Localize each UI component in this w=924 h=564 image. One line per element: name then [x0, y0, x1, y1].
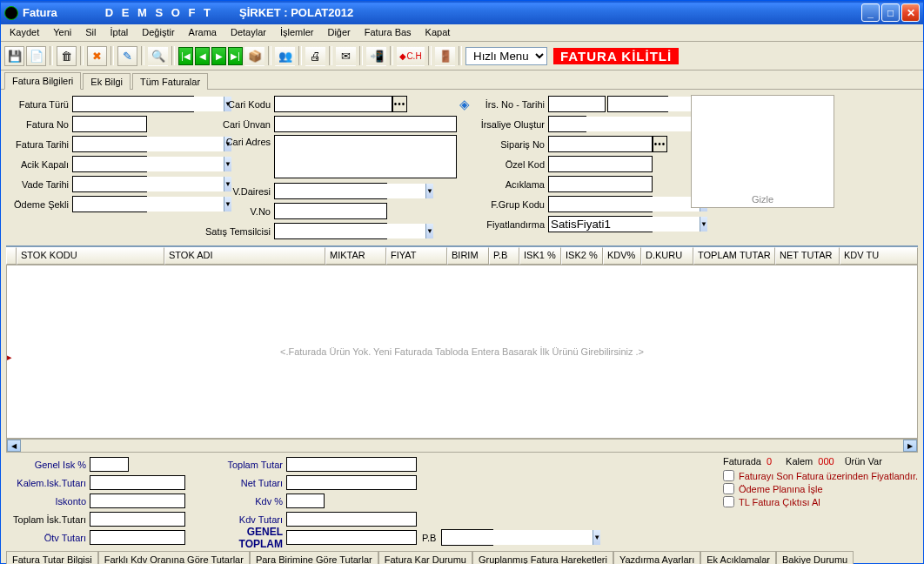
- tab-ek-bilgi[interactable]: Ek Bilgi: [83, 73, 131, 90]
- users-icon[interactable]: 👥: [275, 46, 295, 66]
- nav-prev-icon[interactable]: ◀: [195, 47, 210, 65]
- tab-tum-faturalar[interactable]: Tüm Faturalar: [132, 73, 208, 90]
- irs-tarihi-combo[interactable]: ▼: [607, 96, 668, 112]
- cari-kodu-input[interactable]: [274, 96, 392, 112]
- close-button[interactable]: ✕: [901, 3, 920, 22]
- col-birim[interactable]: BIRIM: [447, 247, 489, 265]
- toplam-isk-tutari-input[interactable]: [90, 512, 185, 527]
- menu-faturabas[interactable]: Fatura Bas: [358, 24, 418, 41]
- toplam-tutar-input[interactable]: [286, 457, 417, 472]
- vdairesi-combo[interactable]: ▼: [274, 183, 387, 199]
- pb-combo[interactable]: ▼: [441, 529, 493, 546]
- print-icon[interactable]: 🖨: [305, 46, 325, 66]
- nav-first-icon[interactable]: |◀: [178, 47, 193, 65]
- col-pb[interactable]: P.B: [489, 247, 519, 265]
- cari-adres-input[interactable]: [274, 135, 457, 178]
- horizontal-scrollbar[interactable]: ◀ ▶: [6, 439, 918, 453]
- quick-menu-select[interactable]: Hızlı Menu: [465, 47, 547, 65]
- col-isk2[interactable]: ISK2 %: [561, 247, 603, 265]
- col-stok-kodu[interactable]: STOK KODU: [17, 247, 164, 265]
- btab-gruplanmis[interactable]: Gruplanmış Fatura Hareketleri: [472, 551, 613, 564]
- minimize-button[interactable]: _: [861, 3, 880, 22]
- col-miktar[interactable]: MIKTAR: [325, 247, 386, 265]
- odeme-sekli-combo[interactable]: ▼: [72, 196, 147, 212]
- exit-icon[interactable]: 🚪: [435, 46, 455, 66]
- chevron-down-icon[interactable]: ▼: [425, 224, 433, 238]
- nav-next-icon[interactable]: ▶: [211, 47, 226, 65]
- grid-body[interactable]: ▸ <.Faturada Ürün Yok. Yeni Faturada Tab…: [6, 265, 918, 439]
- chevron-down-icon[interactable]: ▼: [425, 184, 433, 198]
- fatura-turu-combo[interactable]: ▼: [72, 96, 194, 112]
- checkbox-icon[interactable]: [723, 483, 734, 494]
- package-icon[interactable]: 📦: [244, 46, 264, 66]
- btab-farkli-kdv[interactable]: Farklı Kdv Oranına Göre Tutarlar: [98, 551, 250, 564]
- aciklama-input[interactable]: [548, 176, 653, 192]
- menu-degistir[interactable]: Değiştir: [135, 24, 181, 41]
- scroll-left-button[interactable]: ◀: [7, 440, 21, 452]
- new-icon[interactable]: 📄: [26, 46, 46, 66]
- ch-icon[interactable]: ◆C.H: [397, 46, 425, 66]
- kdv-pct-input[interactable]: [286, 494, 325, 508]
- tab-fatura-bilgileri[interactable]: Fatura Bilgileri: [4, 72, 81, 90]
- image-panel[interactable]: Gizle: [691, 95, 834, 208]
- siparis-lookup-button[interactable]: •••: [653, 136, 667, 152]
- menu-sil[interactable]: Sil: [78, 24, 103, 41]
- btab-bakiye[interactable]: Bakiye Durumu: [776, 551, 854, 564]
- col-dkuru[interactable]: D.KURU: [641, 247, 693, 265]
- col-toplam-tutar[interactable]: TOPLAM TUTAR: [693, 247, 775, 265]
- scroll-right-button[interactable]: ▶: [903, 440, 917, 452]
- chevron-down-icon[interactable]: ▼: [700, 217, 707, 232]
- nav-last-icon[interactable]: ▶|: [228, 47, 243, 65]
- col-kdv-tu[interactable]: KDV TU: [840, 247, 918, 265]
- genel-isk-input[interactable]: [90, 457, 129, 472]
- mail-icon[interactable]: ✉: [336, 46, 356, 66]
- cari-unvan-input[interactable]: [274, 116, 457, 132]
- checkbox-icon[interactable]: [723, 470, 734, 481]
- ozel-kod-input[interactable]: [548, 156, 653, 172]
- btab-para-birimi[interactable]: Para Birimine Göre Tutarlar: [250, 551, 378, 564]
- menu-kaydet[interactable]: Kaydet: [3, 24, 46, 41]
- irs-no-input[interactable]: [548, 96, 606, 112]
- col-kdv[interactable]: KDV%: [603, 247, 641, 265]
- save-icon[interactable]: 💾: [4, 46, 24, 66]
- irsaliye-olustur-combo[interactable]: ▼: [548, 116, 586, 132]
- col-stok-adi[interactable]: STOK ADI: [164, 247, 325, 265]
- menu-detaylar[interactable]: Detaylar: [224, 24, 273, 41]
- chk-son-fatura[interactable]: Faturayı Son Fatura üzerinden Fiyatlandı…: [723, 470, 918, 481]
- kdv-tutari-input[interactable]: [286, 512, 417, 527]
- acik-kapali-combo[interactable]: ▼: [72, 156, 147, 172]
- menu-islemler[interactable]: İşlemler: [273, 24, 321, 41]
- btab-yazdirma[interactable]: Yazdırma Ayarları: [613, 551, 700, 564]
- satis-temsilcisi-combo[interactable]: ▼: [274, 223, 387, 239]
- btab-kar-durumu[interactable]: Fatura Kar Durumu: [378, 551, 472, 564]
- search-icon[interactable]: 🔍: [148, 46, 168, 66]
- iskonto-input[interactable]: [90, 494, 185, 508]
- btab-ek-aciklama[interactable]: Ek Acıklamalar: [700, 551, 776, 564]
- cari-kodu-lookup-button[interactable]: •••: [392, 96, 407, 112]
- btab-fatura-tutar[interactable]: Fatura Tutar Bilgisi: [6, 551, 98, 564]
- delete-icon[interactable]: 🗑: [57, 46, 77, 66]
- checkbox-icon[interactable]: [723, 496, 734, 507]
- siparis-no-input[interactable]: [548, 136, 653, 152]
- info-icon[interactable]: ◈: [459, 97, 470, 112]
- col-net-tutar[interactable]: NET TUTAR: [775, 247, 840, 265]
- fiyatlandirma-combo[interactable]: ▼: [548, 216, 653, 232]
- menu-diger[interactable]: Diğer: [320, 24, 357, 41]
- menu-arama[interactable]: Arama: [182, 24, 224, 41]
- otv-tutari-input[interactable]: [90, 530, 185, 545]
- menu-iptal[interactable]: İptal: [104, 24, 136, 41]
- maximize-button[interactable]: □: [881, 3, 900, 22]
- genel-toplam-input[interactable]: [286, 530, 417, 545]
- fgrup-kodu-combo[interactable]: ▼: [548, 196, 653, 212]
- fatura-no-input[interactable]: [72, 116, 147, 132]
- fatura-tarihi-combo[interactable]: ▼: [72, 136, 147, 152]
- vade-tarihi-combo[interactable]: ▼: [72, 176, 147, 192]
- chk-odeme-plani[interactable]: Ödeme Planına İşle: [723, 483, 918, 494]
- kalem-isk-tutari-input[interactable]: [90, 475, 185, 490]
- cancel-icon[interactable]: ✖: [87, 46, 107, 66]
- net-tutari-input[interactable]: [286, 475, 417, 490]
- col-fiyat[interactable]: FIYAT: [386, 247, 447, 265]
- col-isk1[interactable]: ISK1 %: [519, 247, 561, 265]
- menu-yeni[interactable]: Yeni: [46, 24, 78, 41]
- edit-icon[interactable]: ✎: [117, 46, 137, 66]
